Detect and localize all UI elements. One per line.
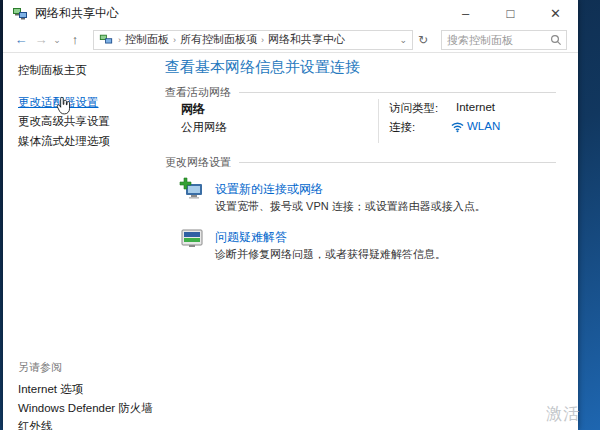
wifi-signal-icon [451,119,464,137]
section-rule [239,162,556,163]
change-settings-section-header: 更改网络设置 [165,155,556,170]
page-title: 查看基本网络信息并设置连接 [165,58,360,77]
section-rule [239,92,556,93]
minimize-button[interactable]: – [443,0,488,27]
hand-cursor [55,96,72,116]
troubleshoot-problems-link[interactable]: 问题疑难解答 [215,229,287,246]
access-type-value: Internet [456,101,495,113]
breadcrumb-location-icon [99,33,113,47]
access-type-label: 访问类型: [389,101,438,116]
sidebar-item-media-streaming-options[interactable]: 媒体流式处理选项 [18,134,110,149]
wlan-connection-link[interactable]: WLAN [467,120,500,132]
connection-label: 连接: [389,120,415,135]
maximize-button[interactable]: □ [488,0,533,27]
network-sharing-center-window: 网络和共享中心 – □ ✕ ← → ⌄ ↑ › 控制面板 [3,0,578,430]
network-type: 公用网络 [181,120,227,135]
network-sharing-icon [12,6,28,22]
activate-windows-watermark: 激活 [546,404,580,425]
breadcrumb-network-sharing[interactable]: 网络和共享中心 [265,32,348,47]
sidebar-item-internet-options[interactable]: Internet 选项 [18,382,83,397]
window-title: 网络和共享中心 [35,5,119,22]
breadcrumb-control-panel[interactable]: 控制面板 [122,32,172,47]
sidebar-item-windows-defender-firewall[interactable]: Windows Defender 防火墙 [18,401,153,416]
sidebar-item-control-panel-home[interactable]: 控制面板主页 [18,63,87,78]
navigation-toolbar: ← → ⌄ ↑ › 控制面板 › 所有控制面板项 › 网络和共享中心 ⌄ [3,27,578,53]
up-button[interactable]: ↑ [65,32,85,47]
back-button[interactable]: ← [11,32,31,47]
close-button[interactable]: ✕ [533,0,578,27]
new-connection-icon [179,177,205,203]
search-input[interactable] [442,34,546,46]
search-box [441,30,567,50]
see-also-header: 另请参阅 [18,360,62,375]
active-networks-section-title: 查看活动网络 [165,85,231,100]
network-name: 网络 [181,101,205,118]
refresh-icon[interactable]: ↻ [413,33,433,47]
sidebar-item-infrared[interactable]: 红外线 [18,419,53,430]
address-dropdown-icon[interactable]: ⌄ [394,35,412,45]
change-settings-section-title: 更改网络设置 [165,155,231,170]
sidebar-item-change-advanced-sharing[interactable]: 更改高级共享设置 [18,114,110,129]
forward-button[interactable]: → [31,32,51,47]
network-info-divider [378,99,379,143]
setup-new-connection-link[interactable]: 设置新的连接或网络 [215,181,323,198]
history-dropdown-icon[interactable]: ⌄ [51,35,63,45]
breadcrumb-all-items[interactable]: 所有控制面板项 [177,32,260,47]
troubleshoot-icon [179,226,205,252]
address-bar[interactable]: › 控制面板 › 所有控制面板项 › 网络和共享中心 ⌄ [93,30,413,50]
active-networks-section-header: 查看活动网络 [165,85,556,100]
troubleshoot-description: 诊断并修复网络问题，或者获得疑难解答信息。 [215,247,446,262]
title-bar[interactable]: 网络和共享中心 – □ ✕ [3,0,578,27]
search-icon[interactable] [546,34,566,46]
desktop: 网络和共享中心 – □ ✕ ← → ⌄ ↑ › 控制面板 [0,0,600,430]
setup-new-connection-description: 设置宽带、拨号或 VPN 连接；或设置路由器或接入点。 [215,199,486,214]
